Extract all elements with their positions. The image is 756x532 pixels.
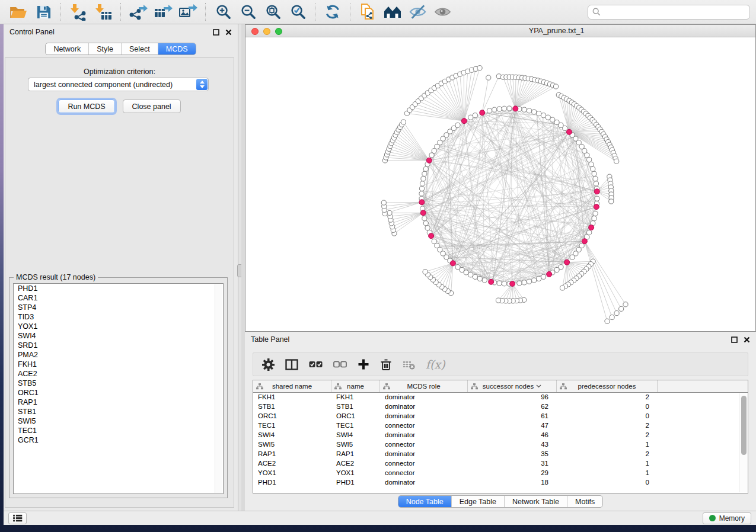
network-node[interactable]: [541, 113, 546, 118]
network-node[interactable]: [502, 106, 506, 111]
search-box[interactable]: [588, 5, 750, 20]
table-cell[interactable]: connector: [380, 421, 468, 431]
table-cell[interactable]: ORC1: [331, 412, 380, 421]
tab-motifs[interactable]: Motifs: [567, 496, 602, 507]
network-node[interactable]: [591, 166, 595, 171]
dominator-node[interactable]: [513, 106, 518, 111]
window-close-traffic-light[interactable]: [251, 28, 259, 35]
table-row[interactable]: STB1STB1dominator620: [253, 402, 748, 412]
dominator-node[interactable]: [594, 204, 599, 210]
show-columns-icon[interactable]: [285, 359, 298, 370]
table-cell[interactable]: 46: [468, 431, 557, 440]
export-network-button[interactable]: [127, 2, 149, 22]
table-cell[interactable]: PHD1: [331, 478, 380, 488]
open-file-button[interactable]: [8, 2, 29, 22]
close-panel-icon[interactable]: [744, 336, 750, 343]
table-row[interactable]: YOX1YOX1connector291: [253, 469, 748, 478]
network-node[interactable]: [387, 210, 392, 215]
network-node[interactable]: [507, 106, 512, 111]
network-node[interactable]: [592, 171, 596, 176]
table-row[interactable]: RAP1RAP1dominator352: [253, 450, 748, 459]
copy-style-button[interactable]: [357, 2, 378, 22]
table-row[interactable]: SWI5SWI5connector431: [253, 440, 748, 450]
network-node[interactable]: [419, 186, 424, 191]
network-node[interactable]: [455, 265, 460, 270]
network-node[interactable]: [477, 276, 482, 281]
column-header-successor-nodes[interactable]: successor nodes: [468, 380, 557, 392]
table-row[interactable]: SWI4SWI4dominator462: [253, 431, 748, 440]
mcds-list-scrollbar[interactable]: [215, 284, 222, 493]
network-node[interactable]: [570, 255, 575, 259]
network-node[interactable]: [623, 302, 628, 307]
table-row[interactable]: ACE2ACE2connector311: [253, 459, 748, 469]
network-node[interactable]: [560, 286, 564, 290]
table-cell[interactable]: FKH1: [253, 393, 331, 402]
table-cell[interactable]: SWI4: [331, 431, 380, 440]
zoom-in-button[interactable]: [212, 2, 234, 22]
first-neighbors-button[interactable]: [382, 2, 403, 22]
table-cell[interactable]: TEC1: [253, 421, 331, 431]
search-input[interactable]: [604, 8, 745, 16]
table-cell[interactable]: SWI5: [331, 440, 380, 450]
network-node[interactable]: [473, 274, 477, 279]
network-node[interactable]: [553, 84, 558, 89]
column-header-predecessor-nodes[interactable]: predecessor nodes: [557, 380, 658, 392]
column-header-name[interactable]: name: [331, 380, 380, 392]
close-panel-icon[interactable]: [225, 29, 232, 36]
network-node[interactable]: [381, 200, 386, 205]
network-node[interactable]: [486, 75, 491, 80]
table-cell[interactable]: 2: [557, 421, 658, 431]
network-node[interactable]: [593, 177, 598, 181]
table-cell[interactable]: RAP1: [253, 450, 331, 459]
table-cell[interactable]: RAP1: [331, 450, 380, 459]
table-cell[interactable]: connector: [380, 469, 468, 478]
export-table-button[interactable]: [152, 2, 174, 22]
network-node[interactable]: [532, 110, 537, 114]
network-node[interactable]: [420, 181, 425, 186]
table-cell[interactable]: 29: [468, 469, 557, 478]
network-node[interactable]: [423, 221, 428, 226]
table-cell[interactable]: ORC1: [253, 412, 331, 421]
table-cell[interactable]: TEC1: [331, 421, 380, 431]
network-node[interactable]: [422, 216, 427, 221]
dominator-node[interactable]: [564, 259, 570, 265]
dominator-node[interactable]: [426, 158, 432, 163]
table-cell[interactable]: 2: [557, 393, 658, 402]
network-node[interactable]: [554, 267, 559, 272]
network-node[interactable]: [522, 107, 527, 112]
table-cell[interactable]: connector: [380, 459, 468, 469]
tab-edge-table[interactable]: Edge Table: [451, 496, 504, 507]
network-node[interactable]: [497, 281, 502, 286]
optimization-criterion-select[interactable]: largest connected component (undirected): [28, 78, 209, 91]
settings-gear-icon[interactable]: [262, 358, 275, 371]
network-node[interactable]: [585, 153, 589, 158]
mcds-result-item[interactable]: GCR1: [14, 435, 223, 445]
dominator-node[interactable]: [589, 225, 594, 230]
dominator-node[interactable]: [429, 233, 434, 239]
dominator-node[interactable]: [566, 129, 572, 134]
network-canvas-svg[interactable]: [245, 37, 755, 331]
mcds-result-item[interactable]: PHD1: [14, 284, 223, 293]
network-node[interactable]: [496, 298, 500, 303]
network-node[interactable]: [455, 123, 460, 127]
network-node[interactable]: [517, 281, 522, 286]
mcds-result-item[interactable]: STB5: [14, 379, 223, 388]
network-node[interactable]: [423, 270, 428, 274]
table-cell[interactable]: 1: [557, 440, 658, 450]
table-row[interactable]: PHD1PHD1dominator180: [253, 478, 748, 488]
mcds-result-item[interactable]: SWI5: [14, 416, 223, 426]
hide-selected-button[interactable]: [407, 2, 428, 22]
table-cell[interactable]: 18: [468, 478, 557, 488]
table-cell[interactable]: YOX1: [253, 469, 331, 478]
export-image-button[interactable]: [177, 2, 199, 22]
network-node[interactable]: [589, 162, 594, 166]
table-cell[interactable]: dominator: [380, 393, 468, 402]
table-cell[interactable]: YOX1: [331, 469, 380, 478]
delete-table-icon[interactable]: [403, 360, 415, 370]
network-node[interactable]: [468, 273, 473, 277]
mcds-result-item[interactable]: ORC1: [14, 388, 223, 398]
network-node[interactable]: [595, 196, 599, 201]
show-all-button[interactable]: [432, 2, 453, 22]
float-panel-icon[interactable]: [213, 29, 219, 36]
network-node[interactable]: [610, 315, 614, 319]
